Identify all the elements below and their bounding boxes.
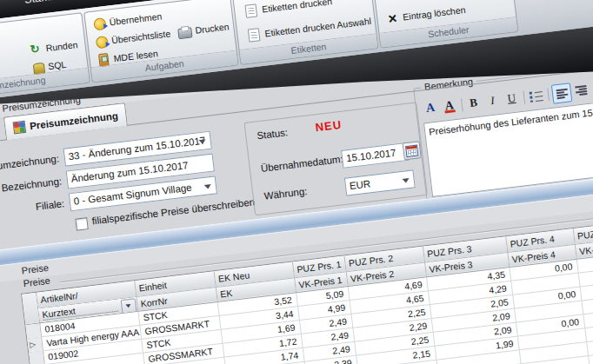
filiale-label: Filiale: xyxy=(0,198,65,219)
bold-button[interactable]: B xyxy=(464,93,483,112)
edit-pencil-icon xyxy=(383,0,397,1)
toolbar-separator xyxy=(547,88,550,101)
status-label: Status: xyxy=(257,127,289,141)
font-button[interactable]: A xyxy=(421,98,440,117)
bullet-list-button[interactable] xyxy=(526,86,545,105)
chevron-down-icon[interactable] xyxy=(402,178,410,183)
waehrung-label: Währung: xyxy=(263,186,308,202)
screenshot-stage: Stammdaten Runden SQL Preisumzeichnung Ü… xyxy=(0,0,593,364)
delete-x-icon xyxy=(386,11,401,26)
align-right-button[interactable] xyxy=(571,81,590,100)
italic-button[interactable]: I xyxy=(483,91,502,110)
filialspezifisch-checkbox[interactable] xyxy=(75,217,89,231)
status-badge: NEU xyxy=(315,118,343,135)
refresh-icon xyxy=(29,42,43,56)
align-right-icon xyxy=(575,85,587,96)
etiketten-drucken-button[interactable]: Etiketten drucken xyxy=(243,0,333,20)
chevron-down-icon[interactable] xyxy=(204,184,212,189)
tab-stammdaten[interactable]: Stammdaten xyxy=(23,0,88,6)
preise-groupbox-label: Preise xyxy=(23,275,50,289)
app-window: Stammdaten Runden SQL Preisumzeichnung Ü… xyxy=(0,0,593,364)
runden-button[interactable]: Runden xyxy=(29,36,79,58)
toolbar-separator xyxy=(461,98,463,111)
toolbar-separator xyxy=(523,91,525,104)
uebernahmedatum-input[interactable]: 15.10.2017 xyxy=(341,142,409,169)
apply-icon xyxy=(93,17,107,31)
waehrung-select[interactable]: EUR xyxy=(344,169,416,195)
list-icon xyxy=(96,35,110,49)
printer-icon xyxy=(177,27,192,39)
chevron-down-icon xyxy=(125,303,130,308)
label-document-icon xyxy=(248,28,261,42)
filter-dropdown-button[interactable] xyxy=(120,298,137,314)
calendar-button[interactable] xyxy=(403,141,422,160)
status-groupbox: Status: NEU Übernahmedatum: 15.10.2017 W… xyxy=(243,102,427,215)
label-document-icon xyxy=(245,3,258,17)
chevron-down-icon[interactable] xyxy=(199,139,207,144)
colored-grid-icon xyxy=(13,121,27,135)
uebernahmedatum-label: Übernahmedatum: xyxy=(260,154,343,174)
font-color-button[interactable]: A xyxy=(440,96,459,116)
align-left-button[interactable] xyxy=(551,83,572,103)
calendar-icon xyxy=(405,144,418,157)
preisumzeichnung-label: Preisumzeichnung: xyxy=(0,154,60,175)
ribbon-group-aufgaben: Übernehmen Übersichtsliste Drucken MDE l… xyxy=(83,0,239,83)
align-left-icon xyxy=(556,88,568,98)
drucken-button[interactable]: Drucken xyxy=(177,17,230,41)
underline-button[interactable]: U xyxy=(502,89,521,108)
bezeichnung-label: Bezeichnung: xyxy=(0,175,63,196)
preise-caption: Preise xyxy=(21,262,49,276)
bullet-list-icon xyxy=(529,89,543,103)
